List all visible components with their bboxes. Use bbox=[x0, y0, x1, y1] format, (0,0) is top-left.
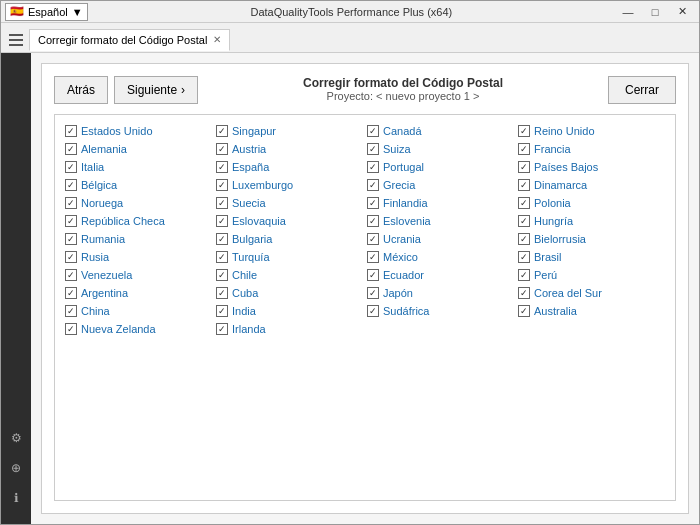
country-checkbox[interactable] bbox=[65, 179, 77, 191]
country-label[interactable]: Bélgica bbox=[81, 179, 117, 191]
country-label[interactable]: Francia bbox=[534, 143, 571, 155]
country-checkbox[interactable] bbox=[518, 125, 530, 137]
country-label[interactable]: Ecuador bbox=[383, 269, 424, 281]
country-label[interactable]: Suiza bbox=[383, 143, 411, 155]
country-label[interactable]: Bielorrusia bbox=[534, 233, 586, 245]
country-checkbox[interactable] bbox=[216, 179, 228, 191]
country-checkbox[interactable] bbox=[518, 287, 530, 299]
country-checkbox[interactable] bbox=[65, 305, 77, 317]
country-checkbox[interactable] bbox=[367, 233, 379, 245]
country-checkbox[interactable] bbox=[367, 251, 379, 263]
country-label[interactable]: Grecia bbox=[383, 179, 415, 191]
country-label[interactable]: Luxemburgo bbox=[232, 179, 293, 191]
country-label[interactable]: Sudáfrica bbox=[383, 305, 429, 317]
country-checkbox[interactable] bbox=[216, 323, 228, 335]
country-label[interactable]: República Checa bbox=[81, 215, 165, 227]
country-label[interactable]: Rusia bbox=[81, 251, 109, 263]
country-checkbox[interactable] bbox=[367, 287, 379, 299]
country-checkbox[interactable] bbox=[367, 197, 379, 209]
window-close-button[interactable]: ✕ bbox=[669, 3, 695, 21]
back-button[interactable]: Atrás bbox=[54, 76, 108, 104]
country-label[interactable]: Venezuela bbox=[81, 269, 132, 281]
country-checkbox[interactable] bbox=[65, 233, 77, 245]
country-checkbox[interactable] bbox=[518, 197, 530, 209]
country-checkbox[interactable] bbox=[216, 287, 228, 299]
country-checkbox[interactable] bbox=[216, 251, 228, 263]
country-checkbox[interactable] bbox=[216, 125, 228, 137]
country-label[interactable]: Noruega bbox=[81, 197, 123, 209]
country-checkbox[interactable] bbox=[518, 233, 530, 245]
tab-postal-format[interactable]: Corregir formato del Código Postal ✕ bbox=[29, 29, 230, 51]
sidebar-info-icon[interactable]: ℹ bbox=[6, 488, 26, 508]
country-label[interactable]: Ucrania bbox=[383, 233, 421, 245]
country-label[interactable]: Polonia bbox=[534, 197, 571, 209]
country-checkbox[interactable] bbox=[367, 269, 379, 281]
country-label[interactable]: Perú bbox=[534, 269, 557, 281]
country-checkbox[interactable] bbox=[65, 323, 77, 335]
country-checkbox[interactable] bbox=[65, 269, 77, 281]
country-checkbox[interactable] bbox=[65, 215, 77, 227]
country-label[interactable]: Reino Unido bbox=[534, 125, 595, 137]
country-checkbox[interactable] bbox=[518, 305, 530, 317]
country-label[interactable]: Brasil bbox=[534, 251, 562, 263]
country-checkbox[interactable] bbox=[367, 305, 379, 317]
country-checkbox[interactable] bbox=[65, 161, 77, 173]
country-checkbox[interactable] bbox=[216, 143, 228, 155]
country-checkbox[interactable] bbox=[518, 215, 530, 227]
country-checkbox[interactable] bbox=[518, 251, 530, 263]
close-dialog-button[interactable]: Cerrar bbox=[608, 76, 676, 104]
country-checkbox[interactable] bbox=[367, 143, 379, 155]
country-label[interactable]: Hungría bbox=[534, 215, 573, 227]
country-label[interactable]: Japón bbox=[383, 287, 413, 299]
next-button[interactable]: Siguiente › bbox=[114, 76, 198, 104]
country-checkbox[interactable] bbox=[518, 161, 530, 173]
country-label[interactable]: India bbox=[232, 305, 256, 317]
country-label[interactable]: Corea del Sur bbox=[534, 287, 602, 299]
country-checkbox[interactable] bbox=[65, 125, 77, 137]
country-label[interactable]: México bbox=[383, 251, 418, 263]
country-label[interactable]: Turquía bbox=[232, 251, 270, 263]
country-checkbox[interactable] bbox=[518, 143, 530, 155]
minimize-button[interactable]: — bbox=[615, 3, 641, 21]
country-checkbox[interactable] bbox=[65, 287, 77, 299]
country-label[interactable]: Cuba bbox=[232, 287, 258, 299]
language-selector[interactable]: 🇪🇸 Español ▼ bbox=[5, 3, 88, 21]
country-label[interactable]: Dinamarca bbox=[534, 179, 587, 191]
country-label[interactable]: Portugal bbox=[383, 161, 424, 173]
maximize-button[interactable]: □ bbox=[642, 3, 668, 21]
country-checkbox[interactable] bbox=[367, 161, 379, 173]
sidebar-target-icon[interactable]: ⊕ bbox=[6, 458, 26, 478]
country-checkbox[interactable] bbox=[367, 179, 379, 191]
country-checkbox[interactable] bbox=[216, 233, 228, 245]
country-checkbox[interactable] bbox=[65, 143, 77, 155]
country-label[interactable]: Suecia bbox=[232, 197, 266, 209]
country-label[interactable]: Bulgaria bbox=[232, 233, 272, 245]
country-checkbox[interactable] bbox=[367, 125, 379, 137]
country-label[interactable]: Estados Unido bbox=[81, 125, 153, 137]
country-label[interactable]: Chile bbox=[232, 269, 257, 281]
sidebar-gear-icon[interactable]: ⚙ bbox=[6, 428, 26, 448]
country-checkbox[interactable] bbox=[216, 161, 228, 173]
country-checkbox[interactable] bbox=[65, 197, 77, 209]
country-label[interactable]: Finlandia bbox=[383, 197, 428, 209]
country-checkbox[interactable] bbox=[367, 215, 379, 227]
tab-close-button[interactable]: ✕ bbox=[213, 35, 221, 45]
country-label[interactable]: Irlanda bbox=[232, 323, 266, 335]
country-checkbox[interactable] bbox=[216, 269, 228, 281]
country-label[interactable]: Países Bajos bbox=[534, 161, 598, 173]
country-label[interactable]: Alemania bbox=[81, 143, 127, 155]
country-label[interactable]: Singapur bbox=[232, 125, 276, 137]
country-label[interactable]: Australia bbox=[534, 305, 577, 317]
country-checkbox[interactable] bbox=[518, 179, 530, 191]
country-label[interactable]: Canadá bbox=[383, 125, 422, 137]
country-checkbox[interactable] bbox=[216, 197, 228, 209]
country-checkbox[interactable] bbox=[216, 305, 228, 317]
country-label[interactable]: Eslovaquia bbox=[232, 215, 286, 227]
country-checkbox[interactable] bbox=[518, 269, 530, 281]
country-label[interactable]: Argentina bbox=[81, 287, 128, 299]
country-label[interactable]: China bbox=[81, 305, 110, 317]
country-label[interactable]: Nueva Zelanda bbox=[81, 323, 156, 335]
country-label[interactable]: Rumania bbox=[81, 233, 125, 245]
country-checkbox[interactable] bbox=[65, 251, 77, 263]
country-label[interactable]: Austria bbox=[232, 143, 266, 155]
